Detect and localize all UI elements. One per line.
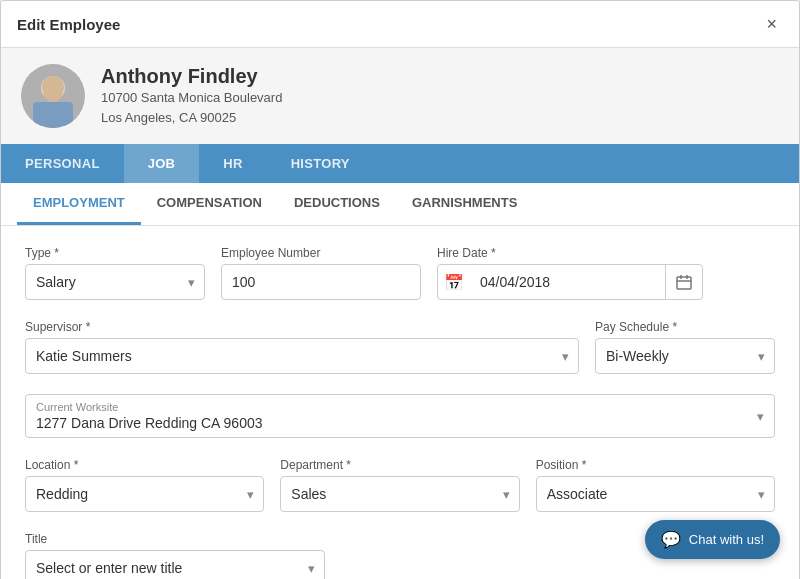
department-group: Department * Sales [280,458,519,512]
close-button[interactable]: × [760,13,783,35]
chat-label: Chat with us! [689,532,764,547]
title-label: Title [25,532,325,546]
position-group: Position * Associate Manager [536,458,775,512]
type-label: Type * [25,246,205,260]
avatar [21,64,85,128]
tab-employment[interactable]: EMPLOYMENT [17,183,141,225]
tab-garnishments[interactable]: GARNISHMENTS [396,183,533,225]
svg-rect-5 [33,102,73,128]
department-label: Department * [280,458,519,472]
type-select-wrapper: Salary Hourly [25,264,205,300]
tab-job[interactable]: JOB [124,144,200,183]
calendar-icon [676,274,692,290]
calendar-button[interactable] [665,265,702,299]
department-select[interactable]: Sales [280,476,519,512]
employee-info: Anthony Findley 10700 Santa Monica Boule… [101,65,282,127]
edit-employee-modal: Edit Employee × Anthony Findley 10700 Sa… [0,0,800,579]
type-select[interactable]: Salary Hourly [25,264,205,300]
hire-date-wrapper: 📅 [437,264,703,300]
title-group: Title Select or enter new title [25,532,325,579]
form-row-1: Type * Salary Hourly Employee Number Hir… [25,246,775,300]
supervisor-select[interactable]: Katie Summers [25,338,579,374]
tab-history[interactable]: HISTORY [267,144,374,183]
supervisor-select-wrapper: Katie Summers [25,338,579,374]
svg-point-4 [43,78,63,102]
title-select-wrapper: Select or enter new title [25,550,325,579]
employee-header: Anthony Findley 10700 Santa Monica Boule… [1,48,799,144]
chat-button[interactable]: 💬 Chat with us! [645,520,780,559]
location-select-wrapper: Redding [25,476,264,512]
pay-schedule-select-wrapper: Bi-Weekly Weekly Monthly [595,338,775,374]
worksite-field-inner: Current Worksite 1277 Dana Drive Redding… [36,401,742,431]
employee-address-line1: 10700 Santa Monica Boulevard [101,88,282,108]
tab-deductions[interactable]: DEDUCTIONS [278,183,396,225]
primary-tab-bar: PERSONAL JOB HR HISTORY [1,144,799,183]
tab-hr[interactable]: HR [199,144,266,183]
employee-number-group: Employee Number [221,246,421,300]
worksite-label: Current Worksite [36,401,118,413]
pay-schedule-label: Pay Schedule * [595,320,775,334]
secondary-tab-bar: EMPLOYMENT COMPENSATION DEDUCTIONS GARNI… [1,183,799,226]
hire-date-group: Hire Date * 📅 [437,246,703,300]
pay-schedule-select[interactable]: Bi-Weekly Weekly Monthly [595,338,775,374]
title-select[interactable]: Select or enter new title [25,550,325,579]
form-row-4: Location * Redding Department * Sales Po… [25,458,775,512]
position-label: Position * [536,458,775,472]
chat-icon: 💬 [661,530,681,549]
supervisor-label: Supervisor * [25,320,579,334]
hire-date-input[interactable] [470,265,665,299]
tab-personal[interactable]: PERSONAL [1,144,124,183]
type-group: Type * Salary Hourly [25,246,205,300]
modal-title: Edit Employee [17,16,120,33]
worksite-group: Current Worksite 1277 Dana Drive Redding… [25,394,775,438]
supervisor-group: Supervisor * Katie Summers [25,320,579,374]
form-row-3: Current Worksite 1277 Dana Drive Redding… [25,394,775,438]
worksite-value: 1277 Dana Drive Redding CA 96003 [36,415,742,431]
position-select[interactable]: Associate Manager [536,476,775,512]
employee-number-input[interactable] [221,264,421,300]
tab-compensation[interactable]: COMPENSATION [141,183,278,225]
location-label: Location * [25,458,264,472]
form-row-2: Supervisor * Katie Summers Pay Schedule … [25,320,775,374]
employee-number-label: Employee Number [221,246,421,260]
worksite-caret-icon: ▾ [757,409,764,424]
location-select[interactable]: Redding [25,476,264,512]
worksite-field[interactable]: Current Worksite 1277 Dana Drive Redding… [25,394,775,438]
pay-schedule-group: Pay Schedule * Bi-Weekly Weekly Monthly [595,320,775,374]
hire-date-label: Hire Date * [437,246,703,260]
location-group: Location * Redding [25,458,264,512]
modal-header: Edit Employee × [1,1,799,48]
department-select-wrapper: Sales [280,476,519,512]
calendar-icon-left: 📅 [438,273,470,292]
position-select-wrapper: Associate Manager [536,476,775,512]
employee-name: Anthony Findley [101,65,282,88]
svg-rect-6 [677,277,691,289]
employee-address-line2: Los Angeles, CA 90025 [101,108,282,128]
